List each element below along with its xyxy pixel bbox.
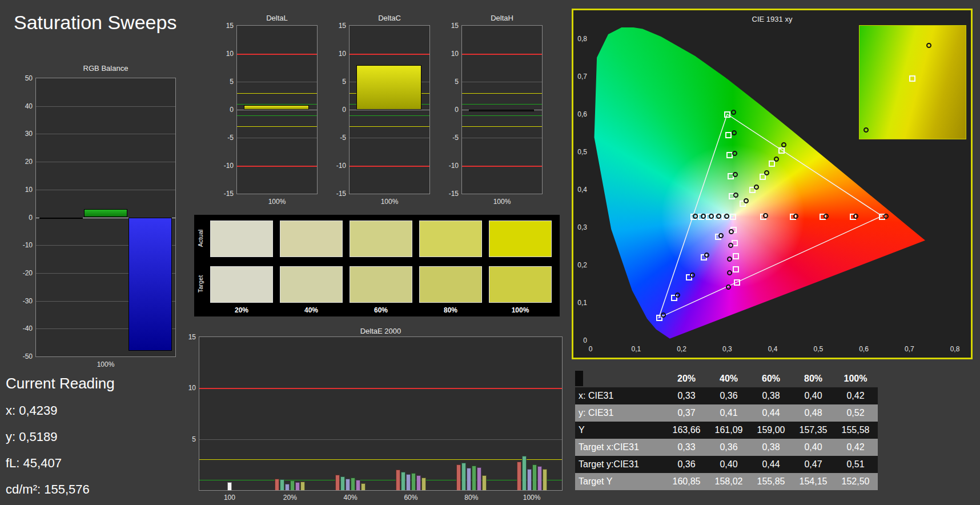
reference-line bbox=[237, 115, 317, 116]
y-axis-label: -10 bbox=[327, 161, 346, 170]
measured-marker bbox=[732, 151, 737, 156]
x-axis-tick-label: 0,1 bbox=[625, 345, 648, 353]
row-label: Target Y bbox=[575, 473, 665, 490]
table-row: Target x:CIE310,330,360,380,400,42 bbox=[575, 439, 878, 456]
reference-line bbox=[350, 126, 429, 127]
column-header: 40% bbox=[708, 370, 750, 387]
delta-e-bar bbox=[351, 478, 355, 490]
x-axis-tick-label: 0 bbox=[579, 345, 602, 353]
swatch-column-label: 100% bbox=[489, 306, 552, 314]
y-axis-label: -5 bbox=[327, 133, 346, 142]
cell-value: 160,85 bbox=[665, 473, 708, 490]
cell-value: 0,36 bbox=[665, 456, 708, 473]
column-header: 20% bbox=[665, 370, 708, 387]
delta-c-x-label: 100% bbox=[349, 198, 430, 206]
delta-e-bar bbox=[346, 479, 350, 490]
row-label: Y bbox=[575, 422, 665, 439]
y-axis-label: 10 bbox=[439, 49, 459, 58]
y-axis-label: 15 bbox=[439, 21, 459, 30]
y-axis-label: 0 bbox=[214, 105, 234, 114]
delta-e-plot: 1510510020%40%60%80%100% bbox=[199, 336, 563, 491]
inset-circle-marker bbox=[863, 127, 869, 133]
cell-value: 155,85 bbox=[750, 473, 792, 490]
delta-bar bbox=[356, 65, 421, 110]
delta-e-bar bbox=[532, 464, 537, 490]
x-axis-tick-label: 0,7 bbox=[898, 345, 921, 353]
column-header: 80% bbox=[792, 370, 834, 387]
measured-marker bbox=[824, 214, 829, 219]
reading-y: y: 0,5189 bbox=[6, 430, 58, 444]
swatch-actual bbox=[419, 221, 482, 257]
y-axis-label: -5 bbox=[439, 133, 459, 142]
delta-bar bbox=[244, 105, 309, 110]
y-axis-label: 40 bbox=[15, 102, 33, 111]
y-axis-label: 15 bbox=[180, 332, 196, 342]
swatch-actual bbox=[489, 221, 552, 257]
current-reading-panel: Current Reading x: 0,4239 y: 0,5189 fL: … bbox=[6, 375, 183, 504]
cell-value: 0,42 bbox=[834, 439, 877, 456]
reference-line bbox=[237, 54, 317, 55]
delta-e-bar bbox=[467, 468, 471, 490]
y-axis-label: -15 bbox=[327, 189, 346, 198]
x-axis-tick-label: 0,6 bbox=[853, 345, 875, 353]
gridline bbox=[237, 138, 317, 138]
reference-line bbox=[462, 104, 542, 105]
x-axis-tick-label: 0,3 bbox=[716, 345, 738, 353]
delta-e-bar bbox=[401, 472, 405, 490]
inset-square-marker bbox=[909, 75, 915, 82]
rgb-balance-title: RGB Balance bbox=[35, 64, 176, 73]
table-header-row: 20%40%60%80%100% bbox=[575, 370, 878, 387]
measured-marker bbox=[690, 272, 695, 278]
gridline bbox=[462, 138, 542, 138]
swatch-grid: 20%40%60%80%100% bbox=[194, 215, 560, 316]
x-axis-tick-label: 0,2 bbox=[670, 345, 693, 353]
measured-marker bbox=[732, 130, 737, 135]
target-marker bbox=[734, 279, 740, 286]
delta-e-bar bbox=[421, 478, 426, 490]
y-axis-label: -15 bbox=[439, 189, 459, 198]
delta-e-bar bbox=[280, 479, 284, 490]
cie-title: CIE 1931 xy bbox=[573, 15, 971, 23]
y-axis-tick-label: 0,8 bbox=[570, 34, 587, 43]
measurement-table[interactable]: 20%40%60%80%100%x: CIE310,330,360,380,40… bbox=[575, 370, 878, 490]
cell-value: 0,40 bbox=[792, 439, 834, 456]
color-swatches-panel[interactable]: Actual Target 20%40%60%80%100% bbox=[194, 215, 560, 316]
reference-line bbox=[237, 166, 317, 167]
y-axis-label: 5 bbox=[327, 77, 346, 86]
column-header: 60% bbox=[750, 370, 792, 387]
table-row: y: CIE310,370,410,440,480,52 bbox=[575, 404, 878, 422]
table-row: x: CIE310,330,360,380,400,42 bbox=[575, 387, 878, 404]
delta-h-chart-panel[interactable]: DeltaH 151050-5-10-15 100% bbox=[435, 14, 545, 211]
reference-line bbox=[199, 459, 562, 460]
x-axis-group-label: 40% bbox=[331, 494, 371, 502]
delta-e-2000-chart-panel[interactable]: DeltaE 2000 1510510020%40%60%80%100% bbox=[176, 327, 576, 504]
reference-line bbox=[462, 115, 542, 116]
delta-h-plot: 151050-5-10-15 bbox=[461, 25, 543, 194]
cie-1931-chart-panel[interactable]: CIE 1931 xy 000,10,10,20,20,30,30,40,40,… bbox=[572, 9, 973, 359]
rgb-balance-chart-panel[interactable]: RGB Balance 50403020100-10-20-30-40-50 1… bbox=[17, 64, 184, 375]
cell-value: 157,35 bbox=[792, 422, 834, 439]
table-body: 20%40%60%80%100%x: CIE310,330,360,380,40… bbox=[575, 370, 878, 490]
delta-e-bar bbox=[340, 476, 345, 490]
cell-value: 0,33 bbox=[665, 439, 708, 456]
column-header bbox=[575, 370, 665, 387]
column-header: 100% bbox=[834, 370, 877, 387]
delta-l-chart-panel[interactable]: DeltaL 151050-5-10-15 100% bbox=[210, 14, 320, 211]
target-marker bbox=[733, 266, 739, 272]
reference-line bbox=[237, 126, 317, 127]
reference-line bbox=[199, 388, 562, 389]
y-axis-label: 5 bbox=[439, 77, 459, 86]
measured-marker bbox=[729, 229, 734, 234]
bar-green bbox=[84, 209, 127, 218]
swatch-target bbox=[350, 266, 412, 303]
swatch-column-label: 60% bbox=[350, 306, 412, 314]
y-axis-label: -30 bbox=[15, 296, 33, 306]
delta-e-bar bbox=[356, 480, 360, 490]
measured-marker bbox=[727, 270, 732, 275]
measured-marker bbox=[661, 312, 666, 318]
row-label: Target x:CIE31 bbox=[575, 439, 665, 456]
delta-c-chart-panel[interactable]: DeltaC 151050-5-10-15 100% bbox=[323, 14, 432, 211]
y-axis-label: -5 bbox=[214, 133, 234, 142]
swatch-actual bbox=[210, 221, 273, 257]
delta-c-plot: 151050-5-10-15 bbox=[349, 25, 430, 194]
